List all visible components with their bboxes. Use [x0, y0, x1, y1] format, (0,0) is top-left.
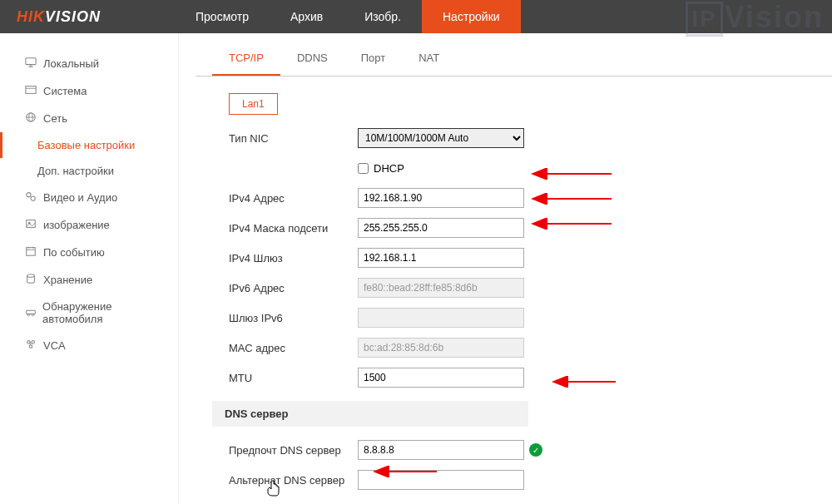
- sidebar-label: Хранение: [43, 274, 92, 286]
- label-ipv6-gateway: Шлюз IPv6: [229, 312, 358, 324]
- svg-point-9: [31, 196, 35, 200]
- tab-port[interactable]: Порт: [344, 42, 402, 76]
- top-nav: HIKVISION Просмотр Архив Изобр. Настройк…: [0, 0, 832, 33]
- svg-rect-12: [27, 248, 36, 256]
- label-ipv4-address: IPv4 Адрес: [229, 192, 358, 205]
- sidebar-item-system[interactable]: Система: [0, 77, 178, 105]
- sidebar-item-video-audio[interactable]: Видео и Аудио: [0, 184, 178, 211]
- top-menu-image[interactable]: Изобр.: [344, 0, 422, 33]
- svg-rect-0: [26, 58, 36, 65]
- sidebar-item-storage[interactable]: Хранение: [0, 266, 178, 294]
- input-ipv6-address: [358, 278, 524, 298]
- label-nic-type: Тип NIC: [229, 132, 358, 145]
- event-icon: [25, 245, 43, 259]
- sidebar-item-network[interactable]: Сеть: [0, 105, 178, 132]
- input-preferred-dns[interactable]: [358, 440, 524, 460]
- sidebar-item-vca[interactable]: VCA: [0, 332, 178, 359]
- top-menu-preview[interactable]: Просмотр: [175, 0, 270, 33]
- logo-prefix: HIK: [17, 8, 45, 25]
- logo-suffix: VISION: [45, 8, 101, 25]
- video-audio-icon: [25, 190, 43, 205]
- sidebar-item-vehicle[interactable]: Обнаружение автомобиля: [0, 294, 178, 332]
- svg-point-8: [27, 193, 31, 197]
- sidebar-label: Локальный: [43, 57, 99, 70]
- content-tabs: TCP/IP DDNS Порт NAT: [196, 42, 832, 77]
- row-ipv6-gateway: Шлюз IPv6: [229, 307, 832, 329]
- svg-point-16: [27, 274, 35, 278]
- sidebar-label: Обнаружение автомобиля: [42, 300, 170, 325]
- input-ipv4-gateway[interactable]: [358, 248, 524, 268]
- svg-rect-17: [27, 310, 36, 314]
- sidebar-item-event[interactable]: По событию: [0, 239, 178, 266]
- network-form: Тип NIC 10M/100M/1000M Auto DHCP IPv4 Ад…: [229, 127, 832, 388]
- checkbox-dhcp[interactable]: [358, 163, 369, 174]
- sidebar-item-image[interactable]: изображение: [0, 211, 178, 239]
- label-ipv4-mask: IPv4 Маска подсети: [229, 222, 358, 235]
- row-mtu: MTU: [229, 367, 832, 388]
- row-ipv6-address: IPv6 Адрес: [229, 277, 832, 299]
- top-menu-settings[interactable]: Настройки: [422, 0, 521, 33]
- label-alt-dns: Альтернат DNS сервер: [229, 474, 358, 487]
- svg-rect-3: [26, 86, 36, 94]
- row-mac-address: МАС адрес: [229, 337, 832, 358]
- check-icon: ✓: [529, 443, 542, 457]
- svg-rect-10: [27, 220, 36, 228]
- label-mac-address: МАС адрес: [229, 342, 358, 354]
- sidebar-item-local[interactable]: Локальный: [0, 50, 178, 77]
- label-preferred-dns: Предпочт DNS сервер: [229, 444, 358, 457]
- row-alt-dns: Альтернат DNS сервер: [229, 469, 832, 491]
- input-ipv4-address[interactable]: [358, 188, 524, 208]
- label-dhcp: DHCP: [374, 162, 404, 175]
- dns-form: Предпочт DNS сервер ✓ Альтернат DNS серв…: [229, 439, 832, 491]
- input-mtu[interactable]: [358, 368, 524, 388]
- row-nic-type: Тип NIC 10M/100M/1000M Auto: [229, 127, 832, 149]
- vehicle-icon: [25, 306, 42, 320]
- select-nic-type[interactable]: 10M/100M/1000M Auto: [358, 128, 524, 148]
- row-preferred-dns: Предпочт DNS сервер ✓: [229, 439, 832, 461]
- input-alt-dns[interactable]: [358, 470, 524, 490]
- label-ipv6-address: IPv6 Адрес: [229, 282, 358, 294]
- sidebar-label: Видео и Аудио: [43, 191, 117, 204]
- top-menu: Просмотр Архив Изобр. Настройки: [175, 0, 521, 33]
- sidebar-label: По событию: [43, 246, 105, 259]
- svg-point-19: [32, 314, 34, 316]
- row-ipv4-mask: IPv4 Маска подсети: [229, 217, 832, 239]
- input-ipv6-gateway: [358, 308, 524, 328]
- tab-ddns[interactable]: DDNS: [280, 42, 344, 76]
- vca-icon: [25, 338, 43, 353]
- system-icon: [25, 84, 43, 98]
- svg-point-22: [29, 345, 32, 348]
- tab-tcpip[interactable]: TCP/IP: [212, 42, 280, 76]
- sidebar-label: Доп. настройки: [37, 165, 114, 177]
- lan-tabs: Lan1: [229, 93, 832, 115]
- input-ipv4-mask[interactable]: [358, 218, 524, 238]
- sidebar-label: Базовые настройки: [37, 139, 135, 151]
- row-dhcp: DHCP: [229, 157, 832, 179]
- row-ipv4-address: IPv4 Адрес: [229, 187, 832, 209]
- label-ipv4-gateway: IPv4 Шлюз: [229, 252, 358, 264]
- sidebar-label: изображение: [43, 219, 110, 231]
- globe-icon: [25, 111, 43, 126]
- label-mtu: MTU: [229, 372, 358, 384]
- storage-icon: [25, 273, 43, 287]
- input-mac-address: [358, 338, 524, 358]
- image-icon: [25, 218, 43, 232]
- sidebar-item-basic-settings[interactable]: Базовые настройки: [0, 132, 178, 158]
- row-ipv4-gateway: IPv4 Шлюз: [229, 247, 832, 269]
- logo: HIKVISION: [0, 8, 175, 26]
- sidebar-label: Система: [43, 85, 87, 97]
- sidebar-item-advanced-settings[interactable]: Доп. настройки: [0, 158, 178, 184]
- sidebar-label: VCA: [43, 339, 66, 352]
- lan-tab-1[interactable]: Lan1: [229, 93, 278, 115]
- top-menu-archive[interactable]: Архив: [270, 0, 344, 33]
- sidebar: Локальный Система Сеть Базовые настройки…: [0, 33, 179, 504]
- content: TCP/IP DDNS Порт NAT Lan1 Тип NIC 10M/10…: [179, 33, 832, 504]
- tab-nat[interactable]: NAT: [402, 42, 456, 76]
- dns-section-header: DNS сервер: [212, 401, 528, 427]
- sidebar-label: Сеть: [43, 112, 67, 125]
- monitor-icon: [25, 57, 43, 71]
- svg-point-18: [27, 314, 30, 316]
